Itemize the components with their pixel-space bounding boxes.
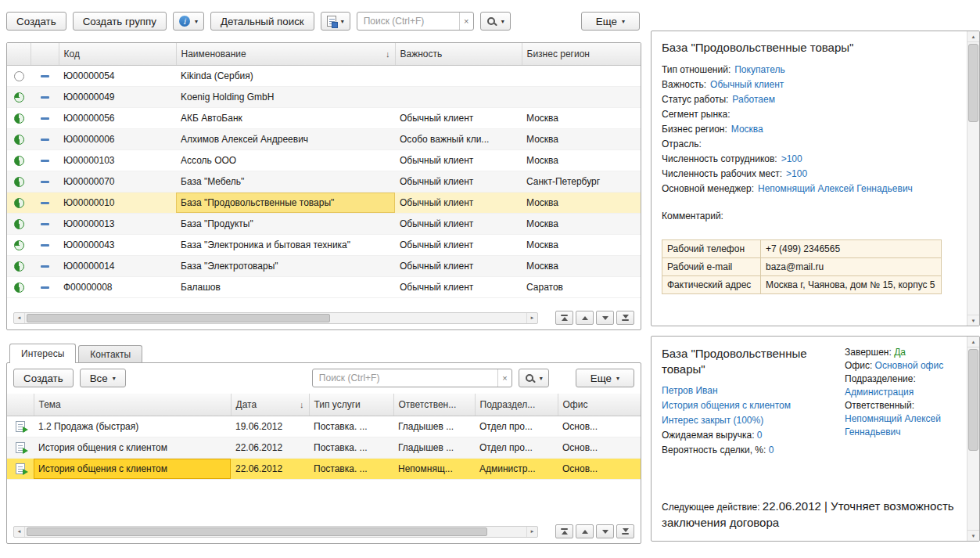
scroll-right-icon[interactable]: ► [526,527,537,537]
clear-search-icon[interactable]: × [459,13,473,30]
importance-column-header[interactable]: Важность [395,43,522,65]
clients-search: × [357,12,474,31]
client-row[interactable]: Ю00000014 База "Электротовары" Обычный к… [7,255,641,276]
tab[interactable]: Интересы [9,344,76,363]
marker-column-header[interactable] [31,43,59,65]
topic-column-header[interactable]: Тема [34,394,231,416]
go-first-button[interactable] [555,311,573,325]
scroll-left-icon[interactable]: ◄ [14,527,25,537]
create-button[interactable]: Создать [6,12,66,31]
field-value-link[interactable]: Москва [731,124,763,135]
interest-row[interactable]: 1.2 Продажа (быстрая) 19.06.2012 Поставк… [7,416,641,437]
office-header-label: Офис [563,399,588,410]
department-column-header[interactable]: Подраздел... [475,394,558,416]
client-row[interactable]: Ю00000049 Koenig Holding GmbH [7,86,641,107]
go-previous-button[interactable] [576,524,594,538]
field-value-link[interactable]: Обычный клиент [710,79,784,90]
create-group-button-label: Создать группу [83,16,156,27]
info-dropdown-button[interactable]: i ▾ [173,12,204,31]
interest-details-scrollbar[interactable]: ▲ ▼ [967,337,979,541]
client-row[interactable]: Ф00000008 Балашов Обычный клиент Саратов [7,276,641,297]
field-value-link[interactable]: >100 [786,168,807,179]
client-row[interactable]: Ю00000070 База "Мебель" Обычный клиент С… [7,171,641,192]
scrollbar-thumb[interactable] [968,44,978,122]
region-column-header[interactable]: Бизнес регион [522,43,641,65]
tab[interactable]: Контакты [78,345,142,362]
clients-table: Код Наименование↓ Важность Бизнес регион [7,43,641,298]
interest-link[interactable]: История общения с клиентом [662,400,791,411]
client-importance: Обычный клиент [395,192,522,213]
client-row[interactable]: Ю00000010 База "Продовольственные товары… [7,192,641,213]
go-first-button[interactable] [555,524,573,538]
interest-link[interactable]: Петров Иван [662,385,718,396]
responsible-value[interactable]: Непомнящий Алексей Геннадьевич [845,413,941,437]
interest-row[interactable]: История общения с клиентом 22.06.2012 По… [7,437,641,458]
department-value[interactable]: Администрация [845,387,914,398]
scroll-left-icon[interactable]: ◄ [14,313,25,323]
field-value-link[interactable]: Покупатель [734,64,784,75]
client-row[interactable]: Ю00000056 АКБ АвтоБанк Обычный клиент Мо… [7,107,641,128]
interest-link[interactable]: Интерес закрыт (100%) [662,415,763,426]
clear-search-icon[interactable]: × [497,369,512,387]
contact-row[interactable]: Рабочий телефон +7 (499) 2346565 [662,240,941,258]
interest-row[interactable]: История общения с клиентом 22.06.2012 По… [7,458,641,479]
office-value[interactable]: Основной офис [875,360,944,371]
scrollbar-thumb[interactable] [968,349,978,451]
service-column-header[interactable]: Тип услуги [309,394,393,416]
field-value-link[interactable]: Непомнящий Алексей Геннадьевич [758,183,913,194]
scroll-up-icon[interactable]: ▲ [967,31,979,42]
scrollbar-thumb[interactable] [27,527,487,536]
interests-more-button[interactable]: Еще ▾ [576,369,634,387]
interests-header-row: Тема Дата↓ Тип услуги Ответствен... Подр… [7,394,641,416]
responsible-column-header[interactable]: Ответствен... [393,394,475,416]
scroll-down-icon[interactable]: ▼ [967,315,979,326]
field-value-link[interactable]: >100 [781,153,802,164]
clients-search-input[interactable] [362,15,459,27]
interests-search-dropdown-button[interactable]: ▾ [519,369,549,387]
client-row[interactable]: Ю00000013 База "Продукты" Обычный клиент… [7,213,641,234]
contact-row[interactable]: Фактический адрес Москва г, Чаянова, дом… [662,276,941,293]
filter-all-dropdown[interactable]: Все ▾ [80,369,126,387]
go-last-button[interactable] [616,524,634,538]
field-value-link[interactable]: Работаем [732,94,775,105]
go-last-button[interactable] [616,311,634,325]
client-details-scrollbar[interactable]: ▲ ▼ [967,31,979,326]
interest-document-icon [16,463,25,474]
go-next-button[interactable] [596,311,614,325]
clients-horizontal-scrollbar[interactable]: ◄ ► [13,312,538,324]
name-header-label: Наименование [181,49,246,59]
date-column-header[interactable]: Дата↓ [231,394,309,416]
scrollbar-thumb[interactable] [27,314,330,322]
interest-document-icon [16,442,25,453]
interest-icon-column-header[interactable] [7,394,34,416]
name-column-header[interactable]: Наименование↓ [176,43,395,65]
contact-row[interactable]: Рабочий e-mail baza@mail.ru [662,258,941,276]
client-row[interactable]: Ю00000043 База "Электроника и бытовая те… [7,234,641,255]
create-group-button[interactable]: Создать группу [73,12,167,31]
client-importance: Обычный клиент [395,107,522,128]
client-row[interactable]: Ю00000054 Kikinda (Сербия) [7,65,641,86]
detailed-search-button[interactable]: Детальный поиск [210,12,314,31]
client-row[interactable]: Ю00000006 Алхимов Алексей Андреевич Особ… [7,128,641,149]
scroll-down-icon[interactable]: ▼ [967,530,979,541]
contact-info-table: Рабочий телефон +7 (499) 2346565 Рабочий… [662,239,942,294]
interests-table: Тема Дата↓ Тип услуги Ответствен... Подр… [7,394,641,480]
go-next-button[interactable] [596,524,614,538]
scroll-up-icon[interactable]: ▲ [967,337,979,347]
office-column-header[interactable]: Офис [558,394,641,416]
more-button[interactable]: Еще ▾ [581,12,640,31]
contact-value: baza@mail.ru [761,258,941,275]
tab-label: Контакты [90,349,131,360]
output-list-dropdown-button[interactable]: ▾ [321,12,350,31]
status-column-header[interactable] [7,43,31,65]
code-column-header[interactable]: Код [59,43,176,65]
interest-create-button[interactable]: Создать [13,369,74,387]
interests-search-input[interactable] [318,372,497,384]
search-dropdown-button[interactable]: ▾ [480,12,511,31]
interests-horizontal-scrollbar[interactable]: ◄ ► [13,526,538,538]
scroll-right-icon[interactable]: ► [526,313,537,323]
client-row[interactable]: Ю00000103 Ассоль ООО Обычный клиент Моск… [7,149,641,171]
expected-revenue-value[interactable]: 0 [757,430,763,441]
deal-probability-value[interactable]: 0 [769,445,774,455]
go-previous-button[interactable] [576,311,594,325]
